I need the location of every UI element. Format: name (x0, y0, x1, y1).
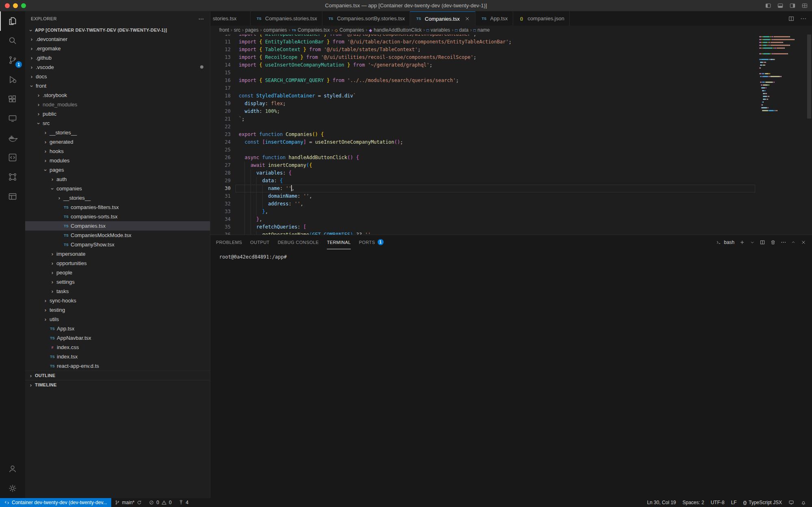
activity-item-run-and-debug[interactable] (0, 70, 25, 89)
code-line-12[interactable]: 12import { TableContext } from '@/ui/tab… (210, 46, 757, 54)
code-line-23[interactable]: 23export function Companies() { (210, 131, 757, 138)
code-line-27[interactable]: 27 await insertCompany({ (210, 162, 757, 169)
eol-indicator[interactable]: LF (728, 498, 740, 507)
activity-item-extensions[interactable] (0, 89, 25, 109)
code-line-11[interactable]: 11import { EntityTableActionBar } from '… (210, 38, 757, 46)
activity-item-network-extension[interactable] (0, 167, 25, 187)
folder-__stories__[interactable]: ›__stories__ (25, 128, 210, 137)
code-line-35[interactable]: 35 refetchQueries: [ (210, 223, 757, 231)
folder-settings[interactable]: ›settings (25, 277, 210, 287)
tab-App.tsx[interactable]: TSApp.tsx (475, 11, 513, 26)
panel-tab-terminal[interactable]: TERMINAL (327, 235, 351, 249)
branch-indicator[interactable]: main* (111, 498, 146, 507)
folder-docs[interactable]: ›docs (25, 72, 210, 81)
code-line-13[interactable]: 13import { RecoilScope } from '@/ui/util… (210, 54, 757, 61)
workspace-section-header[interactable]: › APP [CONTAINER DEV-TWENTY-DEV (DEV-TWE… (25, 26, 210, 35)
activity-item-search[interactable] (0, 31, 25, 50)
code-line-19[interactable]: 19 display: flex; (210, 100, 757, 108)
folder-.ergomake[interactable]: ›.ergomake (25, 44, 210, 53)
scrollbar-thumb[interactable] (807, 35, 811, 119)
breadcrumb-item-data[interactable]: □data (455, 27, 469, 33)
activity-item-preview-extension[interactable] (0, 187, 25, 206)
code-line-16[interactable]: 16import { SEARCH_COMPANY_QUERY } from '… (210, 77, 757, 84)
tab-Companies.tsx[interactable]: TSCompanies.tsx (410, 11, 475, 26)
file-CompaniesMockMode.tsx[interactable]: TSCompaniesMockMode.tsx (25, 231, 210, 240)
code-line-36[interactable]: 36 getOperationName(GET_COMPANIES) ?? ''… (210, 231, 757, 235)
file-Companies.tsx[interactable]: TSCompanies.tsx (25, 221, 210, 231)
tab-companies.json[interactable]: {}companies.json (513, 11, 570, 26)
folder-src[interactable]: ›src (25, 119, 210, 128)
code-line-20[interactable]: 20 width: 100%; (210, 108, 757, 115)
folder-modules[interactable]: ›modules (25, 156, 210, 165)
folder-people[interactable]: ›people (25, 268, 210, 277)
screencast-indicator[interactable] (785, 498, 797, 507)
tab-stories.tsx[interactable]: stories.tsx (210, 11, 251, 26)
file-index.css[interactable]: #index.css (25, 343, 210, 352)
panel-tab-output[interactable]: OUTPUT (250, 235, 270, 249)
terminal-view[interactable]: root@0a42ecd84891:/app# (210, 249, 812, 498)
panel-tab-problems[interactable]: PROBLEMS (216, 235, 242, 249)
breadcrumb-item-companies[interactable]: companies (263, 27, 287, 33)
code-line-15[interactable]: 15 (210, 69, 757, 77)
toggle-primary-sidebar-icon[interactable] (765, 2, 771, 9)
new-terminal-icon[interactable] (739, 239, 745, 245)
activity-item-source-control[interactable]: 1 (0, 50, 25, 70)
file-App.tsx[interactable]: TSApp.tsx (25, 324, 210, 333)
tab-Companies.stories.tsx[interactable]: TSCompanies.stories.tsx (251, 11, 322, 26)
panel-more-actions-icon[interactable]: ⋯ (781, 239, 786, 245)
folder-testing[interactable]: ›testing (25, 305, 210, 315)
toggle-secondary-sidebar-icon[interactable] (789, 2, 796, 9)
folder-companies[interactable]: ›companies (25, 184, 210, 193)
indentation-indicator[interactable]: Spaces: 2 (679, 498, 707, 507)
close-window-button[interactable] (5, 3, 10, 8)
ports-indicator[interactable]: 4 (175, 498, 192, 507)
code-line-33[interactable]: 33 }, (210, 208, 757, 216)
close-panel-icon[interactable] (801, 239, 806, 245)
code-line-14[interactable]: 14import { useInsertOneCompanyMutation }… (210, 61, 757, 69)
breadcrumb-item-Companies.tsx[interactable]: TSCompanies.tsx (292, 27, 330, 33)
folder-opportunities[interactable]: ›opportunities (25, 259, 210, 268)
folder-auth[interactable]: ›auth (25, 175, 210, 184)
file-react-app-env.d.ts[interactable]: TSreact-app-env.d.ts (25, 361, 210, 371)
folder-generated[interactable]: ›generated (25, 137, 210, 147)
activity-item-code-extension[interactable] (0, 148, 25, 167)
folder-.vscode[interactable]: ›.vscode (25, 63, 210, 72)
close-tab-icon[interactable] (464, 16, 470, 22)
editor-scrollbar[interactable] (806, 35, 812, 235)
split-editor-icon[interactable] (788, 15, 795, 22)
customize-layout-icon[interactable] (801, 2, 808, 9)
split-terminal-icon[interactable] (760, 239, 765, 245)
activity-item-explorer[interactable] (0, 11, 25, 31)
minimize-window-button[interactable] (13, 3, 18, 8)
language-mode[interactable]: {} TypeScript JSX (740, 498, 785, 507)
code-line-24[interactable]: 24 const [insertCompany] = useInsertOneC… (210, 138, 757, 146)
code-line-34[interactable]: 34 }, (210, 216, 757, 223)
encoding-indicator[interactable]: UTF-8 (707, 498, 728, 507)
code-line-26[interactable]: 26 async function handleAddButtonClick()… (210, 154, 757, 162)
file-index.tsx[interactable]: TSindex.tsx (25, 352, 210, 361)
folder-sync-hooks[interactable]: ›sync-hooks (25, 296, 210, 305)
file-companies-sorts.tsx[interactable]: TScompanies-sorts.tsx (25, 212, 210, 221)
folder-impersonate[interactable]: ›impersonate (25, 249, 210, 259)
file-AppNavbar.tsx[interactable]: TSAppNavbar.tsx (25, 333, 210, 343)
terminal-dropdown-icon[interactable] (750, 240, 755, 245)
shell-selector[interactable]: bash (716, 239, 734, 245)
maximize-panel-icon[interactable] (791, 240, 796, 245)
problems-indicator[interactable]: 0 0 (145, 498, 175, 507)
remote-indicator[interactable]: Container dev-twenty-dev (dev-twenty-dev… (0, 498, 111, 507)
breadcrumb-item-src[interactable]: src (234, 27, 240, 33)
activity-item-accounts[interactable] (0, 459, 25, 479)
code-line-31[interactable]: 31 domainName: '', (210, 192, 757, 200)
code-editor[interactable]: 10import { WithTopBarContainer } from '@… (210, 35, 757, 235)
folder-pages[interactable]: ›pages (25, 165, 210, 175)
folder-.storybook[interactable]: ›.storybook (25, 91, 210, 100)
tab-Companies.sortBy.stories.tsx[interactable]: TSCompanies.sortBy.stories.tsx (322, 11, 410, 26)
code-line-17[interactable]: 17 (210, 84, 757, 92)
file-companies-filters.tsx[interactable]: TScompanies-filters.tsx (25, 203, 210, 212)
notifications[interactable] (797, 498, 810, 507)
editor-more-actions-icon[interactable]: ⋯ (800, 15, 806, 22)
folder-utils[interactable]: ›utils (25, 315, 210, 324)
breadcrumb-item-handleAddButtonClick[interactable]: ◆handleAddButtonClick (369, 27, 422, 33)
folder-__stories__[interactable]: ›__stories__ (25, 193, 210, 203)
code-line-28[interactable]: 28 variables: { (210, 169, 757, 177)
